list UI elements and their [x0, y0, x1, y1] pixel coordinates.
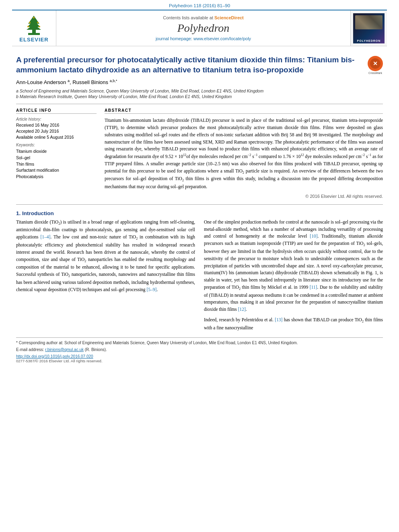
- article-title: A preferential precursor for photocataly…: [16, 55, 383, 75]
- journal-info-center: Contents lists available at ScienceDirec…: [56, 10, 351, 46]
- journal-homepage: journal homepage: www.elsevier.com/locat…: [156, 36, 251, 41]
- elsevier-tree-icon: [21, 14, 47, 36]
- abstract-text: Titanium bis-ammonium lactato dihydroxid…: [105, 117, 383, 191]
- svg-point-8: [39, 26, 40, 27]
- authors-line: Ann-Louise Anderson a, Russell Binions a…: [16, 79, 383, 85]
- keyword-2: Sol–gel: [16, 155, 97, 161]
- ref-1-4[interactable]: [1–4]: [41, 234, 51, 239]
- introduction-section: 1. Introduction Titanium dioxide (TiO2) …: [16, 210, 383, 332]
- homepage-url[interactable]: www.elsevier.com/locate/poly: [193, 36, 251, 41]
- corresponding-author-note: * Corresponding author at: School of Eng…: [16, 340, 383, 346]
- footnote-section: * Corresponding author at: School of Eng…: [16, 337, 383, 363]
- article-info-header: ARTICLE INFO: [16, 108, 97, 114]
- top-banner: ELSEVIER Contents lists available at Sci…: [12, 10, 387, 46]
- keyword-5: Photocatalysis: [16, 174, 97, 180]
- crossmark-badge: ✕ CrossMark: [368, 56, 383, 74]
- doi-line: http://dx.doi.org/10.1016/j.poly.2016.07…: [16, 354, 383, 359]
- contents-line: Contents lists available at ScienceDirec…: [163, 15, 244, 20]
- ref-12[interactable]: [12]: [238, 307, 246, 312]
- abstract-col: ABSTRACT Titanium bis-ammonium lactato d…: [105, 108, 383, 199]
- ref-5-9[interactable]: [5–9]: [146, 287, 156, 292]
- available-date: Available online 5 August 2016: [16, 135, 97, 140]
- author-anderson: Ann-Louise Anderson: [16, 80, 66, 86]
- keywords-label: Keywords:: [16, 143, 97, 147]
- article-info-col: ARTICLE INFO Article history: Received 1…: [16, 108, 97, 199]
- abstract-header: ABSTRACT: [105, 108, 383, 114]
- journal-cover: POLYHEDRON: [351, 10, 387, 46]
- keywords-list: Titanium dioxide Sol–gel Thin films Surf…: [16, 148, 97, 180]
- main-content: ✕ CrossMark A preferential precursor for…: [0, 46, 399, 371]
- accepted-date: Accepted 20 July 2016: [16, 129, 97, 134]
- ref-13[interactable]: [13]: [275, 317, 282, 322]
- intro-two-col: Titanium dioxide (TiO2) is utilised in a…: [16, 219, 383, 332]
- svg-point-5: [29, 22, 31, 23]
- svg-point-7: [27, 26, 29, 27]
- svg-point-9: [33, 17, 35, 18]
- cover-image: POLYHEDRON: [353, 13, 385, 43]
- intro-right-text-2: Indeed, research by Pelentridou et al. […: [204, 316, 383, 332]
- section-divider: [16, 204, 383, 205]
- title-section: ✕ CrossMark A preferential precursor for…: [16, 55, 383, 79]
- elsevier-logo: ELSEVIER: [19, 14, 48, 43]
- intro-left-text: Titanium dioxide (TiO2) is utilised in a…: [16, 219, 195, 294]
- svg-rect-1: [28, 33, 40, 35]
- affiliation-b: b Materials Research Institute, Queen Ma…: [16, 94, 383, 100]
- crossmark-circle: ✕: [368, 56, 383, 71]
- ref-11[interactable]: [11]: [310, 285, 317, 290]
- affiliations: a School of Engineering and Materials Sc…: [16, 88, 383, 100]
- elsevier-logo-section: ELSEVIER: [12, 10, 56, 46]
- sciencedirect-link[interactable]: ScienceDirect: [214, 15, 244, 20]
- intro-title: 1. Introduction: [16, 210, 383, 216]
- intro-right-text-1: One of the simplest production methods f…: [204, 219, 383, 313]
- journal-citation: Polyhedron 118 (2016) 81–90: [0, 0, 399, 10]
- svg-point-6: [37, 22, 39, 23]
- affiliation-a: a School of Engineering and Materials Sc…: [16, 88, 383, 94]
- email-link[interactable]: r.binions@qmul.ac.uk: [45, 347, 84, 352]
- author-binions: Russell Binions: [72, 80, 108, 86]
- ref-10[interactable]: [10]: [310, 234, 317, 238]
- keyword-4: Surfactant modification: [16, 167, 97, 174]
- received-date: Received 16 May 2016: [16, 123, 97, 127]
- history-label: Article history:: [16, 117, 97, 121]
- intro-right-col: One of the simplest production methods f…: [204, 219, 383, 332]
- copyright-line: © 2016 Elsevier Ltd. All rights reserved…: [105, 194, 383, 199]
- keyword-3: Thin films: [16, 161, 97, 168]
- issn-line: 0277-5387/© 2016 Elsevier Ltd. All right…: [16, 359, 383, 363]
- article-info-abstract: ARTICLE INFO Article history: Received 1…: [16, 104, 383, 199]
- doi-link[interactable]: http://dx.doi.org/10.1016/j.poly.2016.07…: [16, 354, 93, 359]
- keyword-1: Titanium dioxide: [16, 148, 97, 155]
- email-note: E-mail address: r.binions@qmul.ac.uk (R.…: [16, 347, 383, 353]
- intro-left-col: Titanium dioxide (TiO2) is utilised in a…: [16, 219, 195, 332]
- journal-name: Polyhedron: [177, 22, 230, 35]
